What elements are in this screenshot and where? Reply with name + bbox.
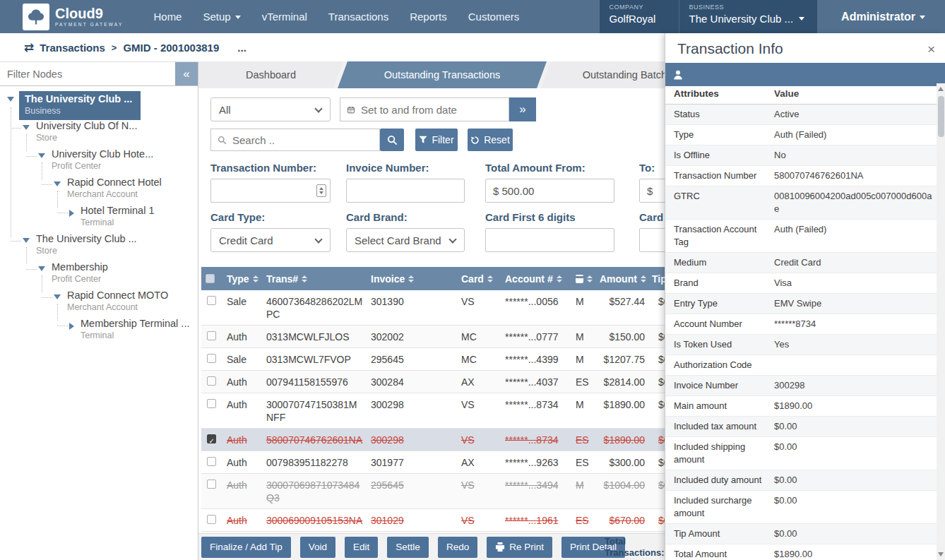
cloud9-logo-icon bbox=[23, 4, 49, 30]
user-menu[interactable]: Administrator bbox=[817, 0, 945, 33]
tree-expand-icon[interactable] bbox=[23, 125, 30, 130]
row-checkbox[interactable] bbox=[207, 434, 216, 443]
nav-item-setup[interactable]: Setup bbox=[192, 0, 251, 33]
transaction-number-label: Transaction Number: bbox=[210, 162, 331, 174]
attribute-name: Transaction Account Tag bbox=[665, 220, 771, 252]
reset-button[interactable]: Reset bbox=[468, 129, 513, 151]
tree-expand-icon[interactable] bbox=[38, 153, 45, 158]
table-row[interactable]: Auth007983951182278301977AX******...9263… bbox=[201, 451, 689, 474]
tree-node[interactable]: Hotel Terminal 1Terminal bbox=[0, 204, 198, 232]
card-first6-input[interactable] bbox=[486, 234, 614, 246]
amount-from-input[interactable] bbox=[486, 185, 614, 197]
date-range-field[interactable] bbox=[340, 97, 509, 121]
date-range-input[interactable] bbox=[361, 104, 501, 116]
tree-expand-icon[interactable] bbox=[38, 266, 45, 271]
card-type-select[interactable]: Credit Card bbox=[210, 228, 331, 252]
select-all-checkbox[interactable] bbox=[206, 274, 215, 283]
table-row[interactable]: Sale0313MCWL7FVOP295645MC******...4399M$… bbox=[201, 348, 689, 371]
header-account[interactable]: Account # bbox=[501, 273, 571, 285]
tree-expand-icon[interactable] bbox=[7, 97, 14, 102]
row-checkbox[interactable] bbox=[207, 296, 216, 305]
card-brand-select[interactable]: Select Card Brand bbox=[346, 228, 465, 252]
scroll-down-icon[interactable] bbox=[938, 552, 944, 556]
header-trans[interactable]: Trans# bbox=[262, 273, 367, 285]
filter-button[interactable]: Filter bbox=[415, 129, 458, 151]
person-icon[interactable] bbox=[672, 69, 684, 81]
row-checkbox[interactable] bbox=[207, 331, 216, 340]
table-row[interactable]: Auth580070746762601NA300298VS******...87… bbox=[201, 429, 689, 451]
row-checkbox[interactable] bbox=[207, 479, 216, 489]
filter-nodes-input[interactable] bbox=[0, 62, 175, 85]
table-row[interactable]: Sale460073648286202LMPC301390VS******...… bbox=[201, 290, 689, 326]
table-row[interactable]: Auth30007069871073484Q3295645VS******...… bbox=[201, 474, 689, 509]
search-input[interactable] bbox=[232, 134, 373, 146]
nav-item-vterminal[interactable]: vTerminal bbox=[251, 0, 318, 33]
tree-node[interactable]: University Club Of N...Store bbox=[0, 119, 198, 148]
row-checkbox[interactable] bbox=[207, 399, 216, 408]
transaction-type-select[interactable]: All bbox=[210, 97, 331, 121]
panel-scrollbar[interactable] bbox=[937, 83, 945, 560]
tree-expand-icon[interactable] bbox=[69, 210, 74, 217]
tree-node[interactable]: University Club Hote...Profit Center bbox=[0, 148, 198, 176]
attribute-name: Included shipping amount bbox=[665, 437, 771, 470]
scrollbar-thumb[interactable] bbox=[938, 96, 944, 137]
nav-item-customers[interactable]: Customers bbox=[458, 0, 530, 33]
tab-dashboard[interactable]: Dashboard bbox=[198, 61, 343, 88]
cell-amount: $1004.00 bbox=[595, 474, 648, 496]
cell-entry-type: M bbox=[571, 393, 595, 415]
sidebar-collapse-button[interactable]: « bbox=[175, 62, 198, 85]
void-button[interactable]: Void bbox=[300, 537, 335, 558]
tree-expand-icon[interactable] bbox=[69, 323, 74, 330]
nav-item-transactions[interactable]: Transactions bbox=[318, 0, 399, 33]
nav-item-home[interactable]: Home bbox=[143, 0, 192, 33]
tree-node[interactable]: Rapid Connect HotelMerchant Account bbox=[0, 176, 198, 204]
tree-expand-icon[interactable] bbox=[54, 294, 61, 299]
header-type[interactable]: Type bbox=[222, 273, 262, 285]
close-icon[interactable]: × bbox=[927, 42, 935, 56]
table-row[interactable]: Auth300070747150381MNFF300298VS******...… bbox=[201, 393, 689, 429]
breadcrumb-section[interactable]: Transactions bbox=[40, 42, 105, 54]
stepper-icon[interactable] bbox=[316, 184, 326, 197]
header-entry[interactable] bbox=[571, 275, 595, 283]
scroll-up-icon[interactable] bbox=[938, 87, 944, 91]
cell-trans-number: 460073648286202LMPC bbox=[262, 290, 367, 325]
invoice-number-input[interactable] bbox=[347, 185, 464, 197]
re-print-button[interactable]: Re Print bbox=[487, 537, 552, 558]
header-amount[interactable]: Amount bbox=[595, 273, 648, 285]
business-selector[interactable]: BUSINESS The University Club ... bbox=[679, 0, 818, 33]
row-checkbox[interactable] bbox=[207, 457, 216, 466]
cell-account: ******...0777 bbox=[501, 326, 571, 347]
tab-outstanding-transactions[interactable]: Outstanding Transactions bbox=[338, 61, 547, 88]
attribute-row: Is Token UsedYes bbox=[665, 335, 937, 355]
header-invoice[interactable]: Invoice bbox=[367, 273, 457, 285]
tree-expand-icon[interactable] bbox=[54, 181, 61, 186]
tree-node[interactable]: The University Club ...Business bbox=[0, 91, 198, 119]
tree-expand-icon[interactable] bbox=[23, 238, 30, 243]
redo-button[interactable]: Redo bbox=[438, 537, 477, 558]
row-checkbox[interactable] bbox=[207, 376, 216, 386]
cell-invoice: 295645 bbox=[367, 474, 457, 496]
search-icon bbox=[387, 135, 398, 145]
table-row[interactable]: Auth300069009105153NA301029VS******...19… bbox=[201, 509, 689, 532]
transaction-number-input[interactable] bbox=[211, 185, 330, 197]
tree-node[interactable]: The University Club ...Store bbox=[0, 232, 198, 261]
settle-button[interactable]: Settle bbox=[387, 537, 429, 558]
nav-item-reports[interactable]: Reports bbox=[399, 0, 458, 33]
edit-button[interactable]: Edit bbox=[345, 537, 378, 558]
table-row[interactable]: Auth0313MCWLFJLOS302002MC******...0777M$… bbox=[201, 326, 689, 348]
brand[interactable]: Cloud9 PAYMENT GATEWAY bbox=[23, 4, 123, 30]
breadcrumb-more[interactable]: ... bbox=[237, 42, 246, 54]
table-row[interactable]: Auth007941158155976300284AX******...4037… bbox=[201, 371, 689, 393]
finalize-add-tip-button[interactable]: Finalize / Add Tip bbox=[201, 537, 291, 558]
row-checkbox[interactable] bbox=[207, 515, 216, 524]
attribute-row: Included surcharge amount$0.00 bbox=[665, 491, 937, 524]
header-card[interactable]: Card bbox=[457, 273, 501, 285]
date-apply-button[interactable]: » bbox=[509, 97, 536, 121]
tree-node[interactable]: MembershipProfit Center bbox=[0, 261, 198, 289]
tree-node[interactable]: Rapid Connect MOTOMerchant Account bbox=[0, 289, 198, 317]
search-button[interactable] bbox=[380, 129, 404, 151]
row-checkbox[interactable] bbox=[207, 354, 216, 363]
cell-invoice: 301390 bbox=[367, 290, 457, 312]
company-selector[interactable]: COMPANY GolfRoyal bbox=[600, 0, 679, 33]
tree-node[interactable]: Membership Terminal ...Terminal bbox=[0, 317, 198, 345]
